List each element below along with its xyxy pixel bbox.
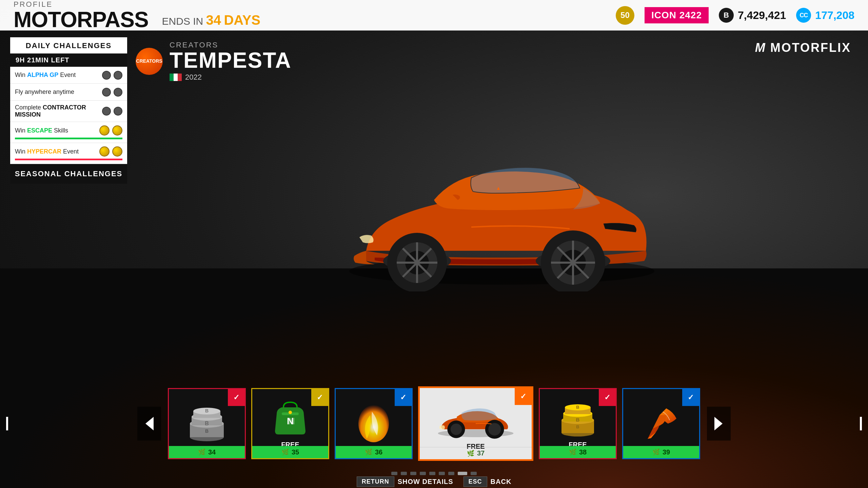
- challenge-row-fly[interactable]: Fly anywhere anytime: [10, 84, 127, 101]
- currency-b-item: B 7,429,421: [719, 8, 786, 23]
- challenge-text-contractor: Complete CONTRACTOR MISSION: [15, 104, 99, 118]
- red-progress-bar: [15, 159, 122, 160]
- reward-image-36: [350, 403, 397, 444]
- car-image-area: ▲: [136, 34, 868, 380]
- car-svg: ▲: [315, 122, 688, 291]
- reward-card-36[interactable]: ✓: [335, 388, 413, 459]
- days-label: DAYS: [224, 13, 260, 27]
- reward-card-34[interactable]: ✓ B B B 🌿 34: [168, 388, 246, 459]
- challenge-text-fly: Fly anywhere anytime: [15, 88, 99, 96]
- esc-button[interactable]: ESC BACK: [463, 476, 512, 487]
- coin-1: [99, 125, 110, 136]
- level-number: 50: [620, 11, 630, 20]
- svg-point-36: [451, 424, 462, 435]
- challenge-dots-fly: [102, 88, 122, 97]
- esc-key: ESC: [463, 476, 487, 487]
- check-35: ✓: [317, 393, 323, 402]
- coin-3: [99, 146, 110, 157]
- svg-point-32: [289, 411, 292, 414]
- svg-point-38: [488, 423, 501, 435]
- motorflix-logo: M MOTORFLIX: [755, 41, 851, 55]
- reward-card-38[interactable]: ✓ B B B FREE 🌿: [539, 388, 617, 459]
- pdot-2: [401, 472, 407, 475]
- header: PROFILE MOTORPASS ENDS IN 34 DAYS 50 ICO…: [0, 0, 868, 30]
- reward-num-36: 36: [375, 448, 382, 456]
- svg-text:B: B: [576, 424, 579, 429]
- reward-num-37: 37: [477, 449, 485, 457]
- reward-card-37[interactable]: ✓ FREE 🌿 37: [418, 386, 533, 461]
- challenge-row-escape[interactable]: Win ESCAPE Skills: [10, 122, 127, 143]
- header-right: 50 ICON 2422 B 7,429,421 CC 177,208: [616, 6, 854, 25]
- reward-corner-37: ✓: [515, 388, 532, 405]
- reward-num-38: 38: [579, 448, 587, 456]
- return-button[interactable]: RETURN SHOW DETAILS: [357, 476, 453, 487]
- svg-text:N: N: [288, 416, 295, 426]
- bottom-bar: RETURN SHOW DETAILS ESC BACK: [0, 475, 868, 488]
- car-name: TEMPESTA: [170, 49, 292, 71]
- pdot-6: [439, 472, 445, 475]
- svg-text:B: B: [576, 405, 579, 410]
- icon-rank-label: ICON 2422: [645, 7, 709, 23]
- reward-card-35[interactable]: ✓ N N FREE 🌿 35: [251, 388, 329, 459]
- check-38: ✓: [604, 393, 610, 402]
- svg-text:▲: ▲: [496, 185, 501, 191]
- currency-b-value: 7,429,421: [738, 9, 786, 22]
- challenge-row-hypercar[interactable]: Win HYPERCAR Event: [10, 143, 127, 164]
- esc-label: BACK: [491, 478, 512, 486]
- ends-in: ENDS IN 34 DAYS: [162, 13, 260, 30]
- creators-circle-icon: CREATORS: [136, 48, 163, 75]
- reward-corner-39: ✓: [682, 389, 699, 406]
- motorpass-title: MOTORPASS: [14, 9, 149, 30]
- reward-items: ✓ B B B 🌿 34: [168, 386, 700, 461]
- creators-label: CREATORS: [136, 58, 162, 64]
- header-left: PROFILE MOTORPASS: [14, 0, 149, 30]
- challenge-row-alpha[interactable]: Win ALPHA GP Event: [10, 67, 127, 84]
- dot-3: [102, 88, 111, 97]
- dot-2: [114, 71, 122, 80]
- reward-image-39: [637, 403, 685, 444]
- challenge-text-alpha: Win ALPHA GP Event: [15, 72, 99, 79]
- reward-image-35: N N: [267, 399, 314, 440]
- return-key: RETURN: [357, 476, 394, 487]
- challenge-row-contractor[interactable]: Complete CONTRACTOR MISSION: [10, 101, 127, 122]
- reward-corner-38: ✓: [599, 389, 616, 406]
- svg-text:B: B: [205, 428, 209, 434]
- track-nav-left-button[interactable]: [137, 407, 161, 441]
- check-39: ✓: [688, 393, 694, 402]
- days-count: 34: [206, 13, 221, 27]
- reward-bar-35: 🌿 35: [252, 446, 328, 458]
- challenge-dots-alpha: [102, 71, 122, 80]
- progress-dots: [391, 472, 477, 475]
- flag-red: [178, 74, 182, 81]
- currency-cc-item: CC 177,208: [796, 8, 854, 23]
- reward-image-38: B B B: [554, 399, 601, 440]
- dot-5: [102, 107, 111, 116]
- flag-white: [174, 74, 178, 81]
- car-info: CREATORS TEMPESTA 2022: [170, 41, 292, 82]
- flag-green: [170, 74, 174, 81]
- car-year-row: 2022: [170, 73, 292, 82]
- coin-4: [112, 146, 122, 157]
- coin-2: [112, 125, 122, 136]
- svg-text:B: B: [205, 421, 209, 426]
- reward-corner-36: ✓: [395, 389, 412, 406]
- reward-bar-34: 🌿 34: [169, 446, 245, 458]
- motorflix-label: MOTORFLIX: [770, 41, 851, 55]
- daily-header: DAILY CHALLENGES: [10, 37, 127, 54]
- reward-bar-37: 🌿 37: [420, 447, 532, 459]
- daily-challenges-panel: DAILY CHALLENGES 9H 21MIN LEFT Win ALPHA…: [10, 37, 127, 184]
- currency-cc-value: 177,208: [815, 9, 854, 22]
- reward-card-39[interactable]: ✓: [622, 388, 700, 459]
- creators-badge: CREATORS CREATORS TEMPESTA 2022: [136, 41, 292, 82]
- check-37: ✓: [520, 392, 526, 401]
- reward-corner-35: ✓: [311, 389, 328, 406]
- pdot-3: [410, 472, 416, 475]
- svg-marker-49: [714, 417, 723, 430]
- seasonal-challenges-button[interactable]: SEASONAL CHALLENGES: [10, 164, 127, 184]
- track-nav-right-button[interactable]: [707, 407, 731, 441]
- check-34: ✓: [233, 393, 239, 402]
- pdot-1: [391, 472, 397, 475]
- return-label: SHOW DETAILS: [398, 478, 453, 486]
- reward-bar-36: 🌿 36: [336, 446, 412, 458]
- pdot-4: [420, 472, 426, 475]
